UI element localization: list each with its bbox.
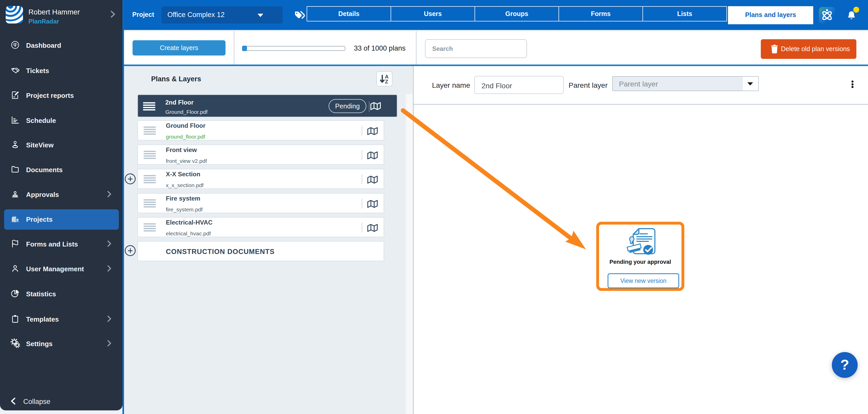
svg-text:Z: Z bbox=[385, 79, 388, 84]
